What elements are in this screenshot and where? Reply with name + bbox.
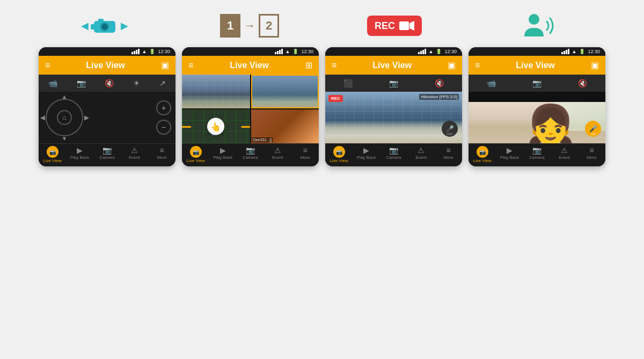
nav-more-label-1: More bbox=[157, 155, 166, 160]
wifi-icon-3: ▲ bbox=[429, 49, 434, 54]
selected-highlight bbox=[251, 75, 319, 108]
bottom-nav-2: 📷 Live View ▶ Play Back 📷 Camera ⚠ Event… bbox=[182, 143, 319, 166]
svg-rect-5 bbox=[399, 21, 409, 30]
dpad-left-btn[interactable]: ◀ bbox=[40, 114, 45, 121]
mute-tool-icon-3[interactable]: 🔇 bbox=[435, 79, 444, 87]
app-bar-4[interactable]: ≡ Live View ▣ bbox=[469, 56, 605, 75]
screenshot-tool-icon-4[interactable]: 📷 bbox=[532, 79, 541, 87]
mic-off-label: OFF bbox=[447, 133, 453, 136]
battery-icon-4: 🔋 bbox=[579, 49, 585, 54]
menu-icon-3[interactable]: ≡ bbox=[332, 61, 336, 70]
zoom-out-btn[interactable]: − bbox=[156, 120, 171, 135]
nav-more-1[interactable]: ≡ More bbox=[148, 146, 175, 163]
nav-event-4[interactable]: ⚠ Event bbox=[551, 146, 578, 163]
rec-icon: REC bbox=[367, 16, 422, 36]
menu-icon-1[interactable]: ≡ bbox=[45, 61, 50, 70]
app-bar-3[interactable]: ≡ Live View ▣ bbox=[325, 56, 462, 75]
phones-row: ▲ 🔋 12:30 ≡ Live View ▣ 📹 📷 🔇 ☀ ↗ Hikvis… bbox=[28, 47, 616, 166]
nav-live-view-label-4: Live View bbox=[473, 158, 491, 163]
mute-tool-icon[interactable]: 🔇 bbox=[105, 79, 114, 87]
nav-more-label-3: More bbox=[443, 155, 453, 160]
layout-icon-3[interactable]: ▣ bbox=[448, 60, 456, 70]
video-tool-icon-4[interactable]: 📹 bbox=[487, 79, 496, 87]
nav-camera-3[interactable]: 📷 Camera bbox=[380, 146, 407, 163]
camera-nav-icon-4: 📷 bbox=[532, 146, 541, 155]
video-grid: 🚶 ⟵ 👆 ⟶ Geo332...[] bbox=[182, 75, 319, 143]
grid-cell-2 bbox=[251, 75, 319, 108]
nav-more-3[interactable]: ≡ More bbox=[435, 146, 462, 163]
video-rec-tool-icon[interactable]: ⬛ bbox=[343, 79, 353, 87]
grid-cell-3: 🚶 ⟵ 👆 ⟶ bbox=[182, 109, 250, 143]
rec-text: REC bbox=[375, 20, 395, 32]
svg-point-7 bbox=[529, 14, 539, 25]
grid-cell-4: Geo332...[] bbox=[251, 109, 319, 143]
app-bar-1[interactable]: ≡ Live View ▣ bbox=[39, 56, 175, 75]
time-display-3: 12:30 bbox=[444, 49, 457, 54]
mic-off-badge[interactable]: 🎤 OFF bbox=[442, 121, 458, 137]
status-bar-3: ▲ 🔋 12:30 bbox=[325, 47, 462, 56]
nav-live-view-3[interactable]: 📷 Live View bbox=[325, 146, 353, 163]
child-figure: 👧 bbox=[510, 106, 592, 143]
nav-more-4[interactable]: ≡ More bbox=[578, 146, 605, 163]
menu-icon-2[interactable]: ≡ bbox=[188, 61, 193, 70]
nav-event-1[interactable]: ⚠ Event bbox=[121, 146, 148, 163]
nav-camera-label-4: Camera bbox=[529, 155, 544, 160]
play-back-icon-3: ▶ bbox=[363, 146, 369, 155]
brightness-tool-icon[interactable]: ☀ bbox=[133, 79, 140, 87]
layout-icon-2[interactable]: ⊞ bbox=[305, 60, 312, 70]
camera-body-icon bbox=[91, 17, 119, 35]
svg-marker-6 bbox=[409, 21, 414, 31]
nav-live-view-2[interactable]: 📷 Live View bbox=[182, 146, 209, 163]
layout-icon-1[interactable]: ▣ bbox=[161, 60, 169, 70]
video-label-3: Hikvision [FPS:3.0] bbox=[419, 94, 459, 100]
nav-play-back-4[interactable]: ▶ Play Back bbox=[496, 146, 523, 163]
wifi-icon-4: ▲ bbox=[572, 49, 577, 54]
mic-on-label: ON bbox=[591, 133, 596, 136]
signal-icon bbox=[131, 49, 140, 54]
dpad-home-btn[interactable]: ⌂ bbox=[57, 110, 72, 125]
nav-play-back-2[interactable]: ▶ Play Back bbox=[209, 146, 237, 163]
nav-more-label-2: More bbox=[300, 155, 310, 160]
nav-play-back-1[interactable]: ▶ Play Back bbox=[66, 146, 93, 163]
pointer-tool-icon[interactable]: ↗ bbox=[159, 79, 166, 87]
screenshot-tool-icon[interactable]: 📷 bbox=[77, 79, 86, 87]
nav-camera-2[interactable]: 📷 Camera bbox=[237, 146, 264, 163]
channel-switch-icon: 1 → 2 bbox=[220, 14, 279, 38]
nav-event-3[interactable]: ⚠ Event bbox=[407, 146, 435, 163]
video-tool-icon[interactable]: 📹 bbox=[48, 79, 57, 87]
dpad-up-btn[interactable]: ▲ bbox=[62, 93, 68, 100]
signal-icon-2 bbox=[275, 49, 283, 54]
mute-tool-icon-4[interactable]: 🔇 bbox=[578, 79, 587, 87]
nav-event-2[interactable]: ⚠ Event bbox=[264, 146, 291, 163]
status-bar-2: ▲ 🔋 12:30 bbox=[182, 47, 319, 56]
nav-play-back-label-2: Play Back bbox=[214, 155, 233, 160]
rec-recording-badge: REC bbox=[328, 95, 343, 102]
dpad-1[interactable]: ▲ ▼ ◀ ▶ ⌂ bbox=[43, 96, 86, 139]
child-emoji: 👧 bbox=[526, 105, 575, 143]
channel-1-box: 1 bbox=[220, 14, 240, 38]
signal-bar-2 bbox=[134, 51, 135, 54]
nav-live-view-label-3: Live View bbox=[330, 158, 348, 163]
more-nav-icon-2: ≡ bbox=[303, 146, 307, 155]
zoom-controls: + − bbox=[156, 100, 171, 135]
nav-camera-1[interactable]: 📷 Camera bbox=[93, 146, 121, 163]
app-bar-2[interactable]: ≡ Live View ⊞ bbox=[182, 56, 319, 75]
more-nav-icon-3: ≡ bbox=[446, 146, 450, 155]
menu-icon-4[interactable]: ≡ bbox=[475, 61, 480, 70]
recording-icon-block: REC bbox=[335, 10, 453, 42]
layout-icon-4[interactable]: ▣ bbox=[591, 60, 599, 70]
nav-camera-4[interactable]: 📷 Camera bbox=[523, 146, 551, 163]
channel-arrow-icon: → bbox=[244, 19, 255, 33]
screenshot-tool-icon-3[interactable]: 📷 bbox=[389, 79, 398, 87]
zoom-in-btn[interactable]: + bbox=[156, 100, 171, 115]
channel-2-box: 2 bbox=[259, 14, 279, 38]
nav-live-view-1[interactable]: 📷 Live View bbox=[39, 146, 66, 163]
toolbar-1: 📹 📷 🔇 ☀ ↗ bbox=[39, 75, 175, 92]
grid-building-1 bbox=[182, 75, 250, 108]
dpad-right-btn[interactable]: ▶ bbox=[84, 114, 89, 121]
dpad-down-btn[interactable]: ▼ bbox=[62, 135, 68, 142]
nav-more-2[interactable]: ≡ More bbox=[291, 146, 319, 163]
nav-live-view-4[interactable]: 📷 Live View bbox=[469, 146, 496, 163]
nav-play-back-3[interactable]: ▶ Play Back bbox=[353, 146, 380, 163]
mic-on-badge[interactable]: 🎤 ON bbox=[585, 121, 601, 137]
